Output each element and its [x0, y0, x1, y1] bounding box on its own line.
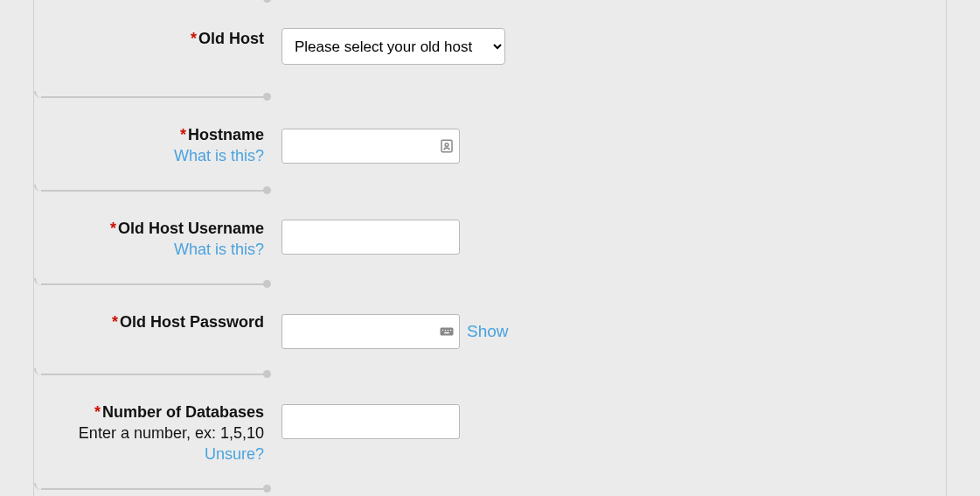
- label-text-num-databases: Number of Databases: [102, 403, 264, 421]
- connector-line: [34, 0, 268, 16]
- row-hostname: *Hostname What is this?: [34, 98, 946, 192]
- required-mark: *: [94, 403, 101, 421]
- label-text-hostname: Hostname: [188, 126, 264, 143]
- label-text-old-host: Old Host: [198, 30, 264, 47]
- label-old-host-password: *Old Host Password: [34, 311, 264, 332]
- old-host-select[interactable]: Please select your old host: [281, 28, 505, 65]
- required-mark: *: [112, 313, 118, 331]
- form-container: *Old Host Please select your old host *H…: [33, 0, 947, 496]
- row-num-databases: *Number of Databases Enter a number, ex:…: [34, 375, 946, 490]
- old-host-username-help-link[interactable]: What is this?: [34, 241, 264, 259]
- input-col-old-host-password: Show: [264, 311, 509, 349]
- input-col-old-host: Please select your old host: [264, 28, 505, 65]
- row-old-host-username: *Old Host Username What is this?: [34, 192, 946, 285]
- connector-line: [34, 490, 268, 496]
- hostname-help-link[interactable]: What is this?: [34, 147, 264, 165]
- hostname-input-wrap: [281, 129, 460, 164]
- connector-line: [34, 192, 268, 207]
- input-col-num-databases: [264, 402, 460, 439]
- row-old-host-password: *Old Host Password: [34, 285, 946, 375]
- label-text-old-host-password: Old Host Password: [120, 313, 264, 331]
- row-trailing: [34, 490, 946, 496]
- connector-line: [34, 285, 268, 301]
- input-col-old-host-username: [264, 218, 460, 255]
- required-mark: *: [180, 126, 186, 143]
- input-col-hostname: [264, 124, 460, 164]
- password-input-wrap: [281, 314, 460, 349]
- row-old-host: *Old Host Please select your old host: [34, 0, 946, 98]
- required-mark: *: [110, 220, 116, 237]
- label-text-old-host-username: Old Host Username: [118, 220, 264, 237]
- required-mark: *: [191, 30, 197, 47]
- page: *Old Host Please select your old host *H…: [0, 0, 980, 496]
- num-databases-input[interactable]: [281, 404, 460, 439]
- old-host-password-input[interactable]: [281, 314, 460, 349]
- num-databases-help-link[interactable]: Unsure?: [34, 445, 264, 464]
- label-old-host: *Old Host: [34, 28, 264, 48]
- sublabel-num-databases: Enter a number, ex: 1,5,10: [34, 424, 264, 443]
- label-num-databases: *Number of Databases Enter a number, ex:…: [34, 402, 264, 464]
- label-hostname: *Hostname What is this?: [34, 124, 264, 165]
- old-host-username-input[interactable]: [281, 220, 460, 255]
- connector-line: [34, 98, 268, 114]
- connector-line: [34, 375, 268, 391]
- show-password-link[interactable]: Show: [467, 322, 509, 341]
- label-old-host-username: *Old Host Username What is this?: [34, 218, 264, 259]
- hostname-input[interactable]: [281, 129, 460, 164]
